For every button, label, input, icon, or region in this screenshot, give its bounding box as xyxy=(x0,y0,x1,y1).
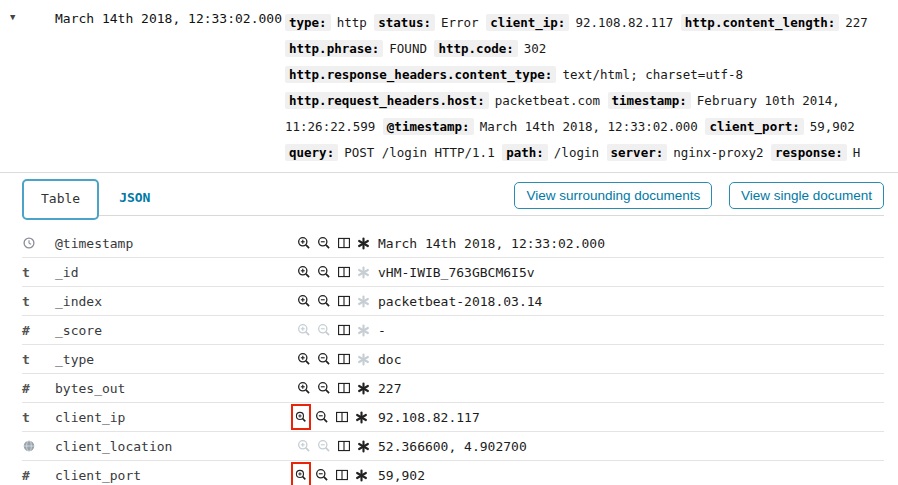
document-fields-table: @timestamp March 14th 2018, 12:33:02.000… xyxy=(22,229,884,485)
summary-field-label: client_port: xyxy=(705,118,803,135)
text-field-icon: t xyxy=(22,294,55,309)
field-controls xyxy=(296,293,372,309)
summary-field: @timestamp: xyxy=(383,119,480,134)
toggle-column-icon[interactable] xyxy=(336,322,351,338)
summary-field-label: status: xyxy=(374,14,435,31)
field-controls xyxy=(296,351,372,367)
toggle-column-icon[interactable] xyxy=(334,467,349,483)
tab-table[interactable]: Table xyxy=(22,179,99,220)
filter-out-value-icon[interactable] xyxy=(314,467,329,483)
summary-field-value: packetbeat.com xyxy=(495,93,600,108)
summary-field: http.phrase: xyxy=(285,41,389,56)
field-name: _id xyxy=(55,265,296,280)
field-controls xyxy=(296,438,372,454)
summary-field-label: http.phrase: xyxy=(285,40,383,57)
toggle-column-icon[interactable] xyxy=(336,264,351,280)
summary-field-label: timestamp: xyxy=(608,92,691,109)
summary-field-value: nginx-proxy2 xyxy=(673,145,763,160)
table-row: t _id vHM-IWIB_763GBCM6I5v xyxy=(22,258,884,287)
summary-field-label: query: xyxy=(285,144,338,161)
summary-field-label: http.code: xyxy=(434,40,517,57)
filter-out-value-icon[interactable] xyxy=(316,264,331,280)
toggle-column-icon[interactable] xyxy=(336,380,351,396)
text-field-icon: t xyxy=(22,410,55,425)
field-value: vHM-IWIB_763GBCM6I5v xyxy=(378,265,535,280)
summary-field-value: text/html; charset=utf-8 xyxy=(562,67,743,82)
filter-for-field-present-icon[interactable] xyxy=(356,380,371,396)
summary-field: http.content_length: xyxy=(681,15,846,30)
summary-field-value: March 14th 2018, 12:33:02.000 xyxy=(480,119,698,134)
summary-field: server: xyxy=(607,145,674,160)
number-field-icon: # xyxy=(22,468,55,483)
view-single-document-button[interactable]: View single document xyxy=(729,182,884,209)
field-name: bytes_out xyxy=(55,381,296,396)
filter-for-value-icon[interactable] xyxy=(296,293,311,309)
filter-for-value-icon[interactable] xyxy=(296,235,311,251)
filter-for-field-present-icon xyxy=(356,264,371,280)
summary-field-label: http.content_length: xyxy=(681,14,840,31)
toggle-column-icon[interactable] xyxy=(336,438,351,454)
filter-out-value-icon[interactable] xyxy=(316,380,331,396)
text-field-icon: t xyxy=(22,265,55,280)
summary-field-value-highlighted: http xyxy=(337,15,367,30)
field-controls xyxy=(296,467,372,483)
summary-field: type: xyxy=(285,15,337,30)
filter-for-value-icon-annotated[interactable] xyxy=(291,462,311,485)
filter-for-field-present-icon[interactable] xyxy=(356,438,371,454)
document-actions: View surrounding documents View single d… xyxy=(507,182,884,209)
field-name: _index xyxy=(55,294,296,309)
filter-out-value-icon[interactable] xyxy=(316,351,331,367)
field-controls xyxy=(296,322,372,338)
detail-tabbar: TableJSON View surrounding documents Vie… xyxy=(22,179,884,216)
filter-for-field-present-icon[interactable] xyxy=(354,409,369,425)
filter-for-value-icon xyxy=(296,322,311,338)
summary-field: client_port: xyxy=(705,119,809,134)
field-value: 227 xyxy=(378,381,401,396)
number-field-icon: # xyxy=(22,323,55,338)
field-name: @timestamp xyxy=(55,236,296,251)
filter-out-value-icon[interactable] xyxy=(316,293,331,309)
summary-field: timestamp: xyxy=(608,93,697,108)
field-value: 52.366600, 4.902700 xyxy=(378,439,527,454)
summary-field-label: server: xyxy=(607,144,668,161)
field-value: doc xyxy=(378,352,401,367)
field-controls xyxy=(296,264,372,280)
document-timestamp: March 14th 2018, 12:33:02.000 xyxy=(55,11,282,26)
summary-field-label: client_ip: xyxy=(486,14,569,31)
filter-out-value-icon xyxy=(316,322,331,338)
toggle-column-icon[interactable] xyxy=(334,409,349,425)
summary-field: query: xyxy=(285,145,344,160)
summary-field: response: xyxy=(771,145,853,160)
filter-out-value-icon xyxy=(316,438,331,454)
table-row: @timestamp March 14th 2018, 12:33:02.000 xyxy=(22,229,884,258)
filter-out-value-icon[interactable] xyxy=(314,409,329,425)
view-surrounding-documents-button[interactable]: View surrounding documents xyxy=(514,182,712,209)
table-row: client_location 52.366600, 4.902700 xyxy=(22,432,884,461)
collapse-arrow-icon[interactable]: ▼ xyxy=(10,12,15,22)
field-value: 59,902 xyxy=(378,468,425,483)
toggle-column-icon[interactable] xyxy=(336,293,351,309)
filter-for-value-icon[interactable] xyxy=(296,380,311,396)
clock-icon xyxy=(22,236,55,250)
toggle-column-icon[interactable] xyxy=(336,351,351,367)
table-row: # _score - xyxy=(22,316,884,345)
filter-for-value-icon-annotated[interactable] xyxy=(291,404,311,430)
filter-for-field-present-icon xyxy=(356,293,371,309)
number-field-icon: # xyxy=(22,381,55,396)
filter-for-field-present-icon[interactable] xyxy=(354,467,369,483)
summary-field-value: /login xyxy=(554,145,599,160)
filter-out-value-icon[interactable] xyxy=(316,235,331,251)
filter-for-field-present-icon[interactable] xyxy=(356,235,371,251)
tab-json[interactable]: JSON xyxy=(99,179,160,205)
toggle-column-icon[interactable] xyxy=(336,235,351,251)
field-value: March 14th 2018, 12:33:02.000 xyxy=(378,236,605,251)
filter-for-field-present-icon xyxy=(356,351,371,367)
globe-icon xyxy=(22,439,55,453)
filter-for-value-icon[interactable] xyxy=(296,264,311,280)
summary-field-value: FOUND xyxy=(389,41,427,56)
filter-for-value-icon[interactable] xyxy=(296,351,311,367)
summary-field: status: xyxy=(374,15,441,30)
field-name: client_ip xyxy=(55,410,296,425)
table-row: t _index packetbeat-2018.03.14 xyxy=(22,287,884,316)
field-controls xyxy=(296,409,372,425)
